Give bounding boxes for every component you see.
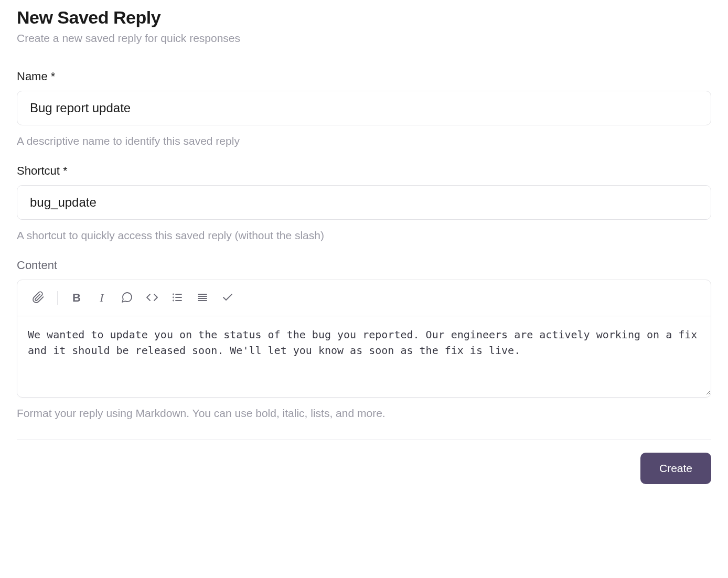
- align-button[interactable]: [192, 287, 213, 308]
- shortcut-input[interactable]: [17, 185, 711, 220]
- page-title: New Saved Reply: [17, 7, 711, 28]
- code-button[interactable]: [142, 287, 163, 308]
- svg-point-3: [173, 294, 174, 294]
- shortcut-label: Shortcut *: [17, 164, 711, 178]
- name-label: Name *: [17, 70, 711, 83]
- italic-button[interactable]: I: [91, 287, 112, 308]
- content-textarea[interactable]: We wanted to update you on the status of…: [17, 316, 711, 395]
- quote-button[interactable]: [116, 287, 137, 308]
- content-label: Content: [17, 259, 711, 272]
- svg-point-5: [173, 300, 174, 301]
- speech-bubble-icon: [121, 291, 133, 305]
- code-icon: [146, 291, 158, 305]
- button-row: Create: [17, 453, 711, 484]
- bullet-list-icon: [171, 291, 184, 305]
- name-form-group: Name * A descriptive name to identify th…: [17, 70, 711, 147]
- bold-icon: B: [72, 291, 81, 305]
- shortcut-help-text: A shortcut to quickly access this saved …: [17, 229, 711, 242]
- editor-container: B I: [17, 280, 711, 398]
- create-button[interactable]: Create: [640, 453, 711, 484]
- paperclip-icon: [32, 291, 45, 305]
- editor-toolbar: B I: [17, 280, 711, 316]
- toolbar-divider: [57, 291, 58, 305]
- content-help-text: Format your reply using Markdown. You ca…: [17, 407, 711, 420]
- svg-point-4: [173, 297, 174, 297]
- shortcut-form-group: Shortcut * A shortcut to quickly access …: [17, 164, 711, 242]
- footer-divider: [17, 440, 711, 440]
- name-help-text: A descriptive name to identify this save…: [17, 135, 711, 147]
- attachment-button[interactable]: [28, 287, 49, 308]
- name-input[interactable]: [17, 91, 711, 125]
- italic-icon: I: [100, 291, 103, 305]
- align-justify-icon: [196, 291, 209, 305]
- bullet-list-button[interactable]: [167, 287, 188, 308]
- bold-button[interactable]: B: [66, 287, 87, 308]
- checkmark-button[interactable]: [217, 287, 238, 308]
- checkmark-icon: [221, 291, 234, 305]
- content-form-group: Content B I: [17, 259, 711, 420]
- page-subtitle: Create a new saved reply for quick respo…: [17, 32, 711, 45]
